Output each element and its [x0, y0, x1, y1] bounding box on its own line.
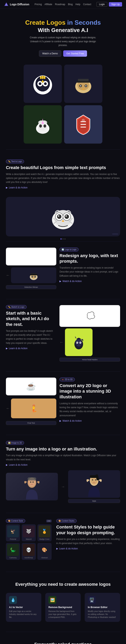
logo-text: Logo Diffusion [10, 3, 29, 6]
cs-img-pictorial: 🦅 [7, 526, 19, 537]
sketch-desc: Text prompts are too limiting? A rough s… [6, 329, 56, 345]
redesign-cards: ← Detective Hitman [6, 248, 56, 289]
divider-6 [6, 513, 120, 513]
cs-label-badge: Badge Crest [39, 538, 50, 540]
img-badge-icon: 🖼️ [8, 442, 10, 444]
cs-header: 🎨 Content Style 230 [6, 519, 52, 523]
dot-3 [64, 238, 65, 240]
hero-subtitle: Create unique & custom logos without rel… [26, 36, 100, 47]
3d-desc: Looking to stand-alone everywhere withou… [60, 402, 120, 418]
nav-contact[interactable]: Contact [83, 3, 91, 6]
nav-help[interactable]: Help [75, 3, 80, 6]
img-badge: 🖼️ Image to 2D [6, 441, 24, 445]
bg-icon: 🖼️ [48, 596, 56, 604]
redesign-layout: ← Detective Hitman [6, 248, 120, 289]
sketch-arrow-row: ← [60, 328, 120, 356]
ttl-badge: ✏️ Text to Logo [6, 160, 24, 163]
logo-card-2 [64, 64, 102, 103]
svg-point-35 [64, 214, 69, 219]
3d-learn-text: Watch & do Action [63, 420, 82, 422]
img-learn-text: Learn & do Action [9, 464, 28, 466]
logo[interactable]: Logo Diffusion [4, 2, 29, 7]
img-learn-more[interactable]: ▶ Learn & do Action [6, 464, 28, 466]
logo-card-1 [24, 64, 62, 103]
svg-rect-11 [42, 76, 44, 79]
cs-label-cartoony: Cartoony [7, 557, 19, 559]
ltl-learn-more[interactable]: ▶ Watch & do Action [60, 280, 82, 282]
sketch-layout: ✏️ Sketch to Logo Start with a basic ske… [6, 305, 120, 362]
hero-buttons: Watch a Demo Get Started Free [6, 50, 120, 57]
hero-logo-grid [16, 61, 110, 148]
bg-desc: Remove the background from your logo gen… [48, 610, 78, 619]
watch-demo-button[interactable]: Watch a Demo [39, 50, 61, 57]
play-icon-ltl: ▶ [60, 280, 61, 282]
unicorn-logo [29, 111, 56, 138]
redesign-info: 🔄 Logo to Logo Redesign any logo, with t… [60, 248, 120, 282]
cs-item-cartoony: 🦕 Cartoony [6, 543, 20, 560]
get-started-button[interactable]: Get Started Free [63, 50, 87, 57]
nav-blog[interactable]: Blog [68, 3, 73, 6]
browser-icon: 🖥️ [88, 596, 96, 604]
ltl-badge-text: Logo to Logo [65, 248, 76, 250]
cs-left: 🎨 Content Style 230 🦅 Pictorial 🐺 Mascot… [6, 519, 52, 562]
sketch-badge-icon: ✏️ [8, 306, 10, 308]
logo-to-logo-section: ← Detective Hitman [0, 244, 126, 297]
convert-right: 🔺 2D to 3D Convert any 2D logo or image … [60, 378, 120, 425]
3d-badge-icon: 🔺 [62, 378, 64, 380]
logo-card-3 [24, 105, 62, 144]
svg-point-52 [77, 342, 77, 343]
nav-roadmap[interactable]: Roadmap [55, 3, 65, 6]
cs-learn-text: Learn & do Action [59, 547, 78, 550]
convert-left: ☕ ← 🧜 Final Test [6, 378, 56, 425]
ltl-badge: 🔄 Logo to Logo [60, 248, 78, 252]
svg-point-34 [57, 214, 62, 219]
ttl-learn-more[interactable]: ▶ Learn & do Action [6, 186, 28, 189]
svg-point-37 [65, 215, 67, 216]
svg-rect-58 [28, 477, 36, 480]
cs-item-mascot: 🐺 Mascot [22, 524, 36, 541]
cs-right-desc: Picked to give you a a better prompting … [56, 537, 120, 545]
starbucks-result-icon: 🧜 [29, 404, 38, 412]
navbar: Logo Diffusion Pricing Affiliate Roadmap… [0, 0, 126, 9]
svg-point-24 [39, 124, 42, 128]
img-original [6, 473, 58, 500]
svg-rect-42 [30, 274, 38, 275]
ltl-title: Redesign any logo, with text prompts. [60, 253, 120, 264]
feature-card-bg: 🖼️ Remove Background Remove the backgrou… [45, 593, 81, 622]
arrow-icon: ← [6, 273, 10, 278]
sketch-section: ✏️ Sketch to Logo Start with a basic ske… [0, 301, 126, 370]
sketch-badge-text: Sketch to Logo [11, 306, 24, 308]
horse-logo [69, 332, 89, 352]
svg-point-19 [85, 85, 86, 86]
login-button[interactable]: Login [96, 2, 107, 7]
everything-section: Everything you need to create awesome lo… [0, 574, 126, 630]
vector-title: A.I to Vector [9, 606, 38, 609]
nav-affiliate[interactable]: Affiliate [45, 3, 52, 6]
ltl-desc: Transform to generate on existing logos … [60, 266, 120, 278]
svg-point-56 [30, 482, 31, 483]
logo-icon [4, 2, 9, 7]
cs-item-badge: 🏅 Badge Crest [37, 524, 52, 541]
nav-pricing[interactable]: Pricing [34, 3, 42, 6]
cs-item-icon: 💀 Icon/Emoji [22, 543, 36, 560]
3d-learn-more[interactable]: ▶ Watch & do Action [60, 420, 82, 422]
cs-grid: 🦅 Pictorial 🐺 Mascot 🏅 Badge Crest 🦕 Car… [6, 524, 52, 560]
img-badge-text: Image to 2D [11, 442, 22, 444]
sketch-learn-more[interactable]: ▶ Learn & do Action [6, 347, 28, 350]
play-icon-cs: ▶ [56, 547, 58, 550]
sketch-learn-text: Learn & do Action [9, 347, 28, 350]
ttl-desc: Write a description and watch the A.I. g… [6, 172, 120, 184]
divider-7 [6, 572, 120, 572]
svg-point-36 [58, 215, 59, 216]
navbar-actions: Login Sign Up [96, 2, 122, 7]
sketch-canvas [60, 305, 120, 327]
svg-rect-10 [44, 76, 45, 79]
browser-title: In Browser Editor [88, 606, 117, 609]
cs-learn-more[interactable]: ▶ Learn & do Action [56, 547, 78, 550]
owl-dot-nav [0, 238, 126, 240]
ttl-badge-text: Text to Logo [11, 160, 22, 162]
svg-point-62 [95, 479, 96, 480]
signup-button[interactable]: Sign Up [109, 2, 122, 6]
cs-img-icon: 💀 [23, 544, 35, 556]
cs-badge-icon: 🎨 [8, 520, 10, 522]
